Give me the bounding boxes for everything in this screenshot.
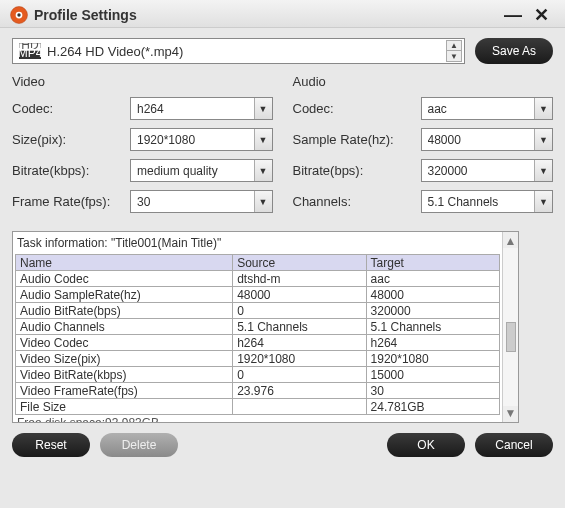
video-codec-label: Codec: — [12, 101, 130, 116]
table-row: Video FrameRate(fps)23.97630 — [16, 383, 500, 399]
app-logo-icon — [10, 6, 28, 24]
scroll-down-icon[interactable]: ▼ — [505, 406, 517, 420]
scroll-thumb[interactable] — [506, 322, 516, 352]
delete-button: Delete — [100, 433, 178, 457]
video-codec-select[interactable]: h264 ▼ — [130, 97, 273, 120]
audio-samplerate-label: Sample Rate(hz): — [293, 132, 421, 147]
close-button[interactable]: ✕ — [528, 8, 555, 22]
audio-codec-label: Codec: — [293, 101, 421, 116]
col-name-header[interactable]: Name — [16, 255, 233, 271]
audio-bitrate-label: Bitrate(bps): — [293, 163, 421, 178]
table-row: Video Codech264h264 — [16, 335, 500, 351]
col-source-header[interactable]: Source — [233, 255, 366, 271]
hd-mp4-icon: HD MP4 — [19, 43, 41, 59]
video-bitrate-label: Bitrate(kbps): — [12, 163, 130, 178]
audio-group: Audio Codec: aac ▼ Sample Rate(hz): 4800… — [293, 74, 554, 221]
window-title: Profile Settings — [34, 7, 498, 23]
chevron-down-icon[interactable]: ▼ — [534, 129, 552, 150]
svg-point-2 — [17, 13, 20, 16]
task-scrollbar[interactable]: ▲ ▼ — [502, 232, 518, 422]
table-row: File Size24.781GB — [16, 399, 500, 415]
minimize-button[interactable]: — — [498, 8, 528, 22]
cancel-button[interactable]: Cancel — [475, 433, 553, 457]
audio-samplerate-select[interactable]: 48000 ▼ — [421, 128, 554, 151]
table-row: Audio BitRate(bps)0320000 — [16, 303, 500, 319]
audio-bitrate-select[interactable]: 320000 ▼ — [421, 159, 554, 182]
audio-heading: Audio — [293, 74, 554, 89]
video-fps-label: Frame Rate(fps): — [12, 194, 130, 209]
table-row: Audio SampleRate(hz)4800048000 — [16, 287, 500, 303]
chevron-down-icon[interactable]: ▼ — [254, 98, 272, 119]
video-size-label: Size(pix): — [12, 132, 130, 147]
table-row: Audio Codecdtshd-maac — [16, 271, 500, 287]
table-row: Video Size(pix)1920*10801920*1080 — [16, 351, 500, 367]
titlebar: Profile Settings — ✕ — [0, 0, 565, 28]
chevron-down-icon[interactable]: ▼ — [254, 160, 272, 181]
video-group: Video Codec: h264 ▼ Size(pix): 1920*1080… — [12, 74, 273, 221]
task-info-panel: Task information: "Title001(Main Title)"… — [12, 231, 519, 423]
chevron-down-icon[interactable]: ▼ — [534, 98, 552, 119]
chevron-down-icon[interactable]: ▼ — [254, 129, 272, 150]
save-as-button[interactable]: Save As — [475, 38, 553, 64]
col-target-header[interactable]: Target — [366, 255, 499, 271]
ok-button[interactable]: OK — [387, 433, 465, 457]
table-row: Audio Channels5.1 Channels5.1 Channels — [16, 319, 500, 335]
video-size-select[interactable]: 1920*1080 ▼ — [130, 128, 273, 151]
video-fps-select[interactable]: 30 ▼ — [130, 190, 273, 213]
nav-arrows — [523, 231, 553, 423]
chevron-down-icon[interactable]: ▼ — [534, 191, 552, 212]
profile-name: H.264 HD Video(*.mp4) — [47, 44, 446, 59]
video-bitrate-select[interactable]: medium quality ▼ — [130, 159, 273, 182]
chevron-down-icon[interactable]: ▼ — [254, 191, 272, 212]
audio-channels-label: Channels: — [293, 194, 421, 209]
table-row: Video BitRate(kbps)015000 — [16, 367, 500, 383]
audio-channels-select[interactable]: 5.1 Channels ▼ — [421, 190, 554, 213]
video-heading: Video — [12, 74, 273, 89]
task-info-heading: Task information: "Title001(Main Title)" — [15, 234, 500, 254]
svg-text:MP4: MP4 — [19, 46, 41, 59]
free-disk-label: Free disk space:93.983GB — [15, 415, 500, 422]
profile-spinner-icon[interactable]: ▲▼ — [446, 40, 462, 62]
reset-button[interactable]: Reset — [12, 433, 90, 457]
audio-codec-select[interactable]: aac ▼ — [421, 97, 554, 120]
chevron-down-icon[interactable]: ▼ — [534, 160, 552, 181]
task-table: Name Source Target Audio Codecdtshd-maac… — [15, 254, 500, 415]
scroll-up-icon[interactable]: ▲ — [505, 234, 517, 248]
profile-select[interactable]: HD MP4 H.264 HD Video(*.mp4) ▲▼ — [12, 38, 465, 64]
